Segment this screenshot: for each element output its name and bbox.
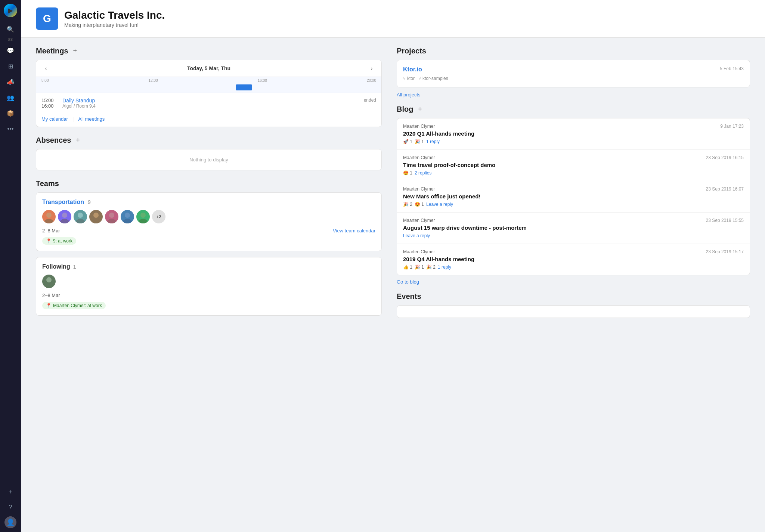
blog-section-header: Blog + <box>397 105 750 114</box>
following-member-1[interactable] <box>42 275 56 288</box>
view-team-calendar-link[interactable]: View team calendar <box>333 228 375 233</box>
project-tag-2: ⑂ ktor-samples <box>418 76 448 81</box>
svg-point-0 <box>46 213 52 218</box>
blog-reactions-3: Leave a reply <box>403 233 744 238</box>
blog-reactions-2: 🎉 2 😍 1 Leave a reply <box>403 202 744 207</box>
absences-title: Absences <box>36 136 71 145</box>
meetings-card: ‹ Today, 5 Mar, Thu › 8:00 12:00 16:00 2… <box>36 60 382 127</box>
reaction-2-0: 🎉 2 <box>403 202 412 207</box>
sidebar-more[interactable]: ••• <box>4 122 17 136</box>
team-member-7[interactable] <box>136 210 150 223</box>
team-name[interactable]: Transportation <box>42 199 84 205</box>
team-status-badge: 📍 9: at work <box>42 237 76 245</box>
team-member-2[interactable] <box>58 210 71 223</box>
search-shortcut: ⌘K <box>7 38 13 41</box>
team-member-4[interactable] <box>89 210 103 223</box>
add-absence-button[interactable]: + <box>74 137 82 144</box>
org-tagline: Making interplanetary travel fun! <box>64 22 165 28</box>
blog-date-4: 23 Sep 2019 15:17 <box>706 249 744 254</box>
svg-point-7 <box>92 219 100 223</box>
blog-title-4[interactable]: 2019 Q4 All-hands meeting <box>403 256 744 262</box>
svg-point-15 <box>44 284 53 288</box>
calendar-next-button[interactable]: › <box>367 64 376 73</box>
more-icon: ••• <box>7 126 14 132</box>
user-avatar[interactable]: 👤 <box>4 516 16 528</box>
blog-meta-4: Maarten Clymer 23 Sep 2019 15:17 <box>403 249 744 254</box>
timeline-labels: 8:00 12:00 16:00 20:00 <box>36 78 381 83</box>
teams-title: Teams <box>36 179 59 188</box>
cube-icon: 📦 <box>7 110 14 117</box>
sidebar-cube[interactable]: 📦 <box>4 106 17 120</box>
meetings-title: Meetings <box>36 47 68 55</box>
all-projects-link[interactable]: All projects <box>397 92 750 98</box>
meeting-status: ended <box>364 98 376 103</box>
sidebar-search[interactable]: 🔍 <box>4 22 17 36</box>
all-meetings-link[interactable]: All meetings <box>78 116 105 122</box>
blog-date-2: 23 Sep 2019 16:07 <box>706 186 744 192</box>
meeting-end-time: 16:00 <box>41 103 56 109</box>
project-tag-1: ⑂ ktor <box>403 76 415 81</box>
reply-link-1[interactable]: 2 replies <box>415 170 431 176</box>
add-blog-button[interactable]: + <box>416 106 424 113</box>
leave-reply-link-3[interactable]: Leave a reply <box>403 233 430 238</box>
blog-reactions-1: 😍 1 2 replies <box>403 170 744 176</box>
team-member-5[interactable] <box>105 210 118 223</box>
org-header: G Galactic Travels Inc. Making interplan… <box>21 0 765 38</box>
project-name[interactable]: Ktor.io <box>403 66 422 73</box>
blog-item-2: Maarten Clymer 23 Sep 2019 16:07 New Mar… <box>397 181 750 213</box>
meeting-start-time: 15:00 <box>41 98 56 103</box>
sidebar-grid[interactable]: ⊞ <box>4 59 17 73</box>
right-column: Projects Ktor.io 5 Feb 15:43 ⑂ ktor ⑂ kt… <box>393 47 750 318</box>
main-content: G Galactic Travels Inc. Making interplan… <box>21 0 765 532</box>
sidebar-bottom: ＋ ? 👤 <box>4 485 17 528</box>
sidebar: ▶ 🔍 ⌘K 💬 ⊞ 📣 👥 📦 ••• ＋ ? 👤 <box>0 0 21 532</box>
team-avatars: +2 <box>42 210 375 223</box>
sidebar-users[interactable]: 👥 <box>4 91 17 104</box>
blog-title-1[interactable]: Time travel proof-of-concept demo <box>403 162 744 168</box>
team-member-1[interactable] <box>42 210 56 223</box>
team-card: Transportation 9 <box>36 192 382 251</box>
org-name: Galactic Travels Inc. <box>64 9 165 21</box>
app-logo[interactable]: ▶ <box>4 4 17 17</box>
add-meeting-button[interactable]: + <box>71 47 79 55</box>
leave-reply-link-2[interactable]: Leave a reply <box>426 202 453 207</box>
reaction-1-0: 😍 1 <box>403 170 412 176</box>
sidebar-megaphone[interactable]: 📣 <box>4 75 17 89</box>
blog-meta-1: Maarten Clymer 23 Sep 2019 16:15 <box>403 155 744 160</box>
blog-date-3: 23 Sep 2019 15:55 <box>706 218 744 223</box>
team-member-6[interactable] <box>121 210 134 223</box>
blog-title-0[interactable]: 2020 Q1 All-hands meeting <box>403 130 744 137</box>
events-title: Events <box>397 292 421 301</box>
team-more-members[interactable]: +2 <box>152 210 165 223</box>
reply-link-4[interactable]: 1 reply <box>438 265 451 270</box>
blog-title-3[interactable]: August 15 warp drive downtime - post-mor… <box>403 225 744 231</box>
team-member-3[interactable] <box>74 210 87 223</box>
left-column: Meetings + ‹ Today, 5 Mar, Thu › 8:00 12… <box>36 47 393 318</box>
sidebar-messages[interactable]: 💬 <box>4 44 17 57</box>
svg-point-5 <box>76 219 85 223</box>
sidebar-help[interactable]: ? <box>4 501 17 514</box>
blog-title-2[interactable]: New Mars office just opened! <box>403 193 744 200</box>
project-tags: ⑂ ktor ⑂ ktor-samples <box>403 76 744 81</box>
blog-author-3: Maarten Clymer <box>403 218 435 223</box>
timeline-label-1600: 16:00 <box>258 78 267 83</box>
following-count: 1 <box>73 264 76 270</box>
svg-point-6 <box>93 213 99 218</box>
calendar-prev-button[interactable]: ‹ <box>41 64 50 73</box>
meeting-info: Daily Standup Algol / Room 9.4 <box>62 98 358 109</box>
megaphone-icon: 📣 <box>7 78 14 86</box>
my-calendar-link[interactable]: My calendar <box>41 116 68 122</box>
calendar-link-divider: | <box>72 116 74 122</box>
following-title: Following <box>42 263 70 270</box>
sidebar-add[interactable]: ＋ <box>4 485 17 498</box>
following-header: Following 1 <box>42 263 375 270</box>
blog-reactions-0: 🚀 1 🎉 1 1 reply <box>403 139 744 144</box>
timeline-label-800: 8:00 <box>41 78 49 83</box>
blog-author-2: Maarten Clymer <box>403 186 435 192</box>
svg-point-4 <box>78 213 83 218</box>
team-count: 9 <box>88 199 91 205</box>
svg-point-10 <box>125 213 130 218</box>
reply-link-0[interactable]: 1 reply <box>426 139 440 144</box>
reaction-2-1: 😍 1 <box>415 202 424 207</box>
go-to-blog-link[interactable]: Go to blog <box>397 279 750 285</box>
